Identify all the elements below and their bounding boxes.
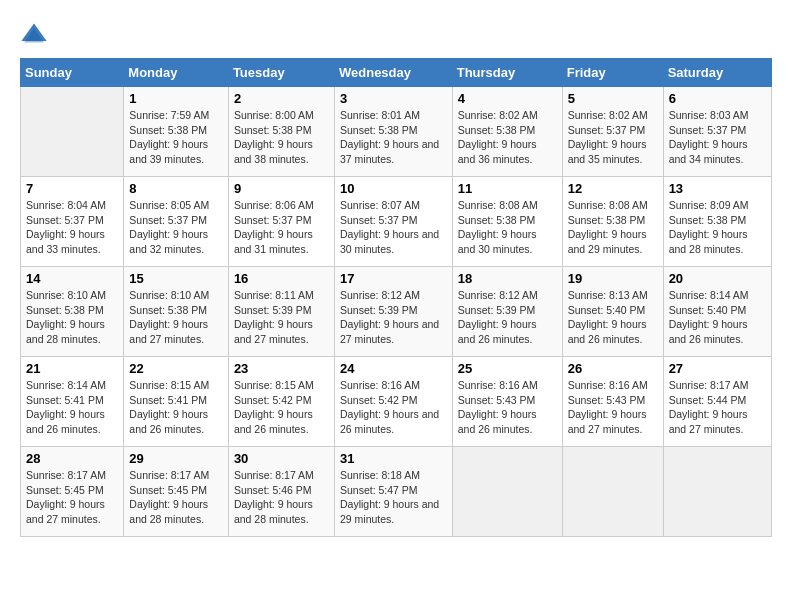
calendar-cell: 12Sunrise: 8:08 AM Sunset: 5:38 PM Dayli… bbox=[562, 177, 663, 267]
calendar-cell: 10Sunrise: 8:07 AM Sunset: 5:37 PM Dayli… bbox=[334, 177, 452, 267]
calendar-cell: 30Sunrise: 8:17 AM Sunset: 5:46 PM Dayli… bbox=[228, 447, 334, 537]
day-number: 3 bbox=[340, 91, 447, 106]
day-number: 8 bbox=[129, 181, 223, 196]
calendar-cell bbox=[452, 447, 562, 537]
day-info: Sunrise: 8:18 AM Sunset: 5:47 PM Dayligh… bbox=[340, 468, 447, 527]
header-tuesday: Tuesday bbox=[228, 59, 334, 87]
logo-icon bbox=[20, 20, 48, 48]
calendar-cell: 9Sunrise: 8:06 AM Sunset: 5:37 PM Daylig… bbox=[228, 177, 334, 267]
calendar-cell: 21Sunrise: 8:14 AM Sunset: 5:41 PM Dayli… bbox=[21, 357, 124, 447]
day-info: Sunrise: 8:15 AM Sunset: 5:41 PM Dayligh… bbox=[129, 378, 223, 437]
day-number: 16 bbox=[234, 271, 329, 286]
calendar-cell bbox=[663, 447, 771, 537]
day-number: 18 bbox=[458, 271, 557, 286]
logo bbox=[20, 20, 52, 48]
header-thursday: Thursday bbox=[452, 59, 562, 87]
calendar-cell: 24Sunrise: 8:16 AM Sunset: 5:42 PM Dayli… bbox=[334, 357, 452, 447]
day-number: 2 bbox=[234, 91, 329, 106]
week-row-1: 1Sunrise: 7:59 AM Sunset: 5:38 PM Daylig… bbox=[21, 87, 772, 177]
day-info: Sunrise: 8:01 AM Sunset: 5:38 PM Dayligh… bbox=[340, 108, 447, 167]
day-info: Sunrise: 8:17 AM Sunset: 5:45 PM Dayligh… bbox=[26, 468, 118, 527]
header-wednesday: Wednesday bbox=[334, 59, 452, 87]
calendar-cell: 5Sunrise: 8:02 AM Sunset: 5:37 PM Daylig… bbox=[562, 87, 663, 177]
header-saturday: Saturday bbox=[663, 59, 771, 87]
week-row-5: 28Sunrise: 8:17 AM Sunset: 5:45 PM Dayli… bbox=[21, 447, 772, 537]
day-info: Sunrise: 8:08 AM Sunset: 5:38 PM Dayligh… bbox=[458, 198, 557, 257]
header-sunday: Sunday bbox=[21, 59, 124, 87]
day-number: 12 bbox=[568, 181, 658, 196]
day-number: 29 bbox=[129, 451, 223, 466]
day-number: 24 bbox=[340, 361, 447, 376]
day-info: Sunrise: 8:08 AM Sunset: 5:38 PM Dayligh… bbox=[568, 198, 658, 257]
calendar-cell: 22Sunrise: 8:15 AM Sunset: 5:41 PM Dayli… bbox=[124, 357, 229, 447]
calendar-header-row: SundayMondayTuesdayWednesdayThursdayFrid… bbox=[21, 59, 772, 87]
calendar-table: SundayMondayTuesdayWednesdayThursdayFrid… bbox=[20, 58, 772, 537]
day-number: 25 bbox=[458, 361, 557, 376]
day-info: Sunrise: 8:16 AM Sunset: 5:43 PM Dayligh… bbox=[458, 378, 557, 437]
day-info: Sunrise: 8:00 AM Sunset: 5:38 PM Dayligh… bbox=[234, 108, 329, 167]
day-info: Sunrise: 8:16 AM Sunset: 5:42 PM Dayligh… bbox=[340, 378, 447, 437]
day-info: Sunrise: 8:10 AM Sunset: 5:38 PM Dayligh… bbox=[129, 288, 223, 347]
calendar-cell: 23Sunrise: 8:15 AM Sunset: 5:42 PM Dayli… bbox=[228, 357, 334, 447]
calendar-cell: 26Sunrise: 8:16 AM Sunset: 5:43 PM Dayli… bbox=[562, 357, 663, 447]
day-info: Sunrise: 8:11 AM Sunset: 5:39 PM Dayligh… bbox=[234, 288, 329, 347]
day-number: 20 bbox=[669, 271, 766, 286]
calendar-cell: 7Sunrise: 8:04 AM Sunset: 5:37 PM Daylig… bbox=[21, 177, 124, 267]
day-number: 17 bbox=[340, 271, 447, 286]
calendar-cell: 27Sunrise: 8:17 AM Sunset: 5:44 PM Dayli… bbox=[663, 357, 771, 447]
day-info: Sunrise: 8:10 AM Sunset: 5:38 PM Dayligh… bbox=[26, 288, 118, 347]
day-info: Sunrise: 8:12 AM Sunset: 5:39 PM Dayligh… bbox=[340, 288, 447, 347]
day-number: 30 bbox=[234, 451, 329, 466]
calendar-cell: 13Sunrise: 8:09 AM Sunset: 5:38 PM Dayli… bbox=[663, 177, 771, 267]
day-info: Sunrise: 8:04 AM Sunset: 5:37 PM Dayligh… bbox=[26, 198, 118, 257]
calendar-cell: 15Sunrise: 8:10 AM Sunset: 5:38 PM Dayli… bbox=[124, 267, 229, 357]
day-info: Sunrise: 8:17 AM Sunset: 5:44 PM Dayligh… bbox=[669, 378, 766, 437]
day-number: 23 bbox=[234, 361, 329, 376]
day-number: 14 bbox=[26, 271, 118, 286]
calendar-cell: 8Sunrise: 8:05 AM Sunset: 5:37 PM Daylig… bbox=[124, 177, 229, 267]
week-row-3: 14Sunrise: 8:10 AM Sunset: 5:38 PM Dayli… bbox=[21, 267, 772, 357]
calendar-cell: 31Sunrise: 8:18 AM Sunset: 5:47 PM Dayli… bbox=[334, 447, 452, 537]
day-info: Sunrise: 8:12 AM Sunset: 5:39 PM Dayligh… bbox=[458, 288, 557, 347]
calendar-cell bbox=[562, 447, 663, 537]
day-info: Sunrise: 8:06 AM Sunset: 5:37 PM Dayligh… bbox=[234, 198, 329, 257]
day-number: 5 bbox=[568, 91, 658, 106]
day-info: Sunrise: 8:15 AM Sunset: 5:42 PM Dayligh… bbox=[234, 378, 329, 437]
calendar-cell: 1Sunrise: 7:59 AM Sunset: 5:38 PM Daylig… bbox=[124, 87, 229, 177]
calendar-cell bbox=[21, 87, 124, 177]
calendar-cell: 17Sunrise: 8:12 AM Sunset: 5:39 PM Dayli… bbox=[334, 267, 452, 357]
week-row-4: 21Sunrise: 8:14 AM Sunset: 5:41 PM Dayli… bbox=[21, 357, 772, 447]
day-number: 1 bbox=[129, 91, 223, 106]
day-number: 15 bbox=[129, 271, 223, 286]
day-number: 27 bbox=[669, 361, 766, 376]
day-info: Sunrise: 8:16 AM Sunset: 5:43 PM Dayligh… bbox=[568, 378, 658, 437]
calendar-cell: 16Sunrise: 8:11 AM Sunset: 5:39 PM Dayli… bbox=[228, 267, 334, 357]
calendar-cell: 29Sunrise: 8:17 AM Sunset: 5:45 PM Dayli… bbox=[124, 447, 229, 537]
calendar-cell: 28Sunrise: 8:17 AM Sunset: 5:45 PM Dayli… bbox=[21, 447, 124, 537]
day-number: 19 bbox=[568, 271, 658, 286]
calendar-cell: 25Sunrise: 8:16 AM Sunset: 5:43 PM Dayli… bbox=[452, 357, 562, 447]
day-number: 9 bbox=[234, 181, 329, 196]
day-number: 6 bbox=[669, 91, 766, 106]
day-info: Sunrise: 8:09 AM Sunset: 5:38 PM Dayligh… bbox=[669, 198, 766, 257]
day-info: Sunrise: 8:07 AM Sunset: 5:37 PM Dayligh… bbox=[340, 198, 447, 257]
day-info: Sunrise: 8:02 AM Sunset: 5:38 PM Dayligh… bbox=[458, 108, 557, 167]
calendar-cell: 18Sunrise: 8:12 AM Sunset: 5:39 PM Dayli… bbox=[452, 267, 562, 357]
calendar-cell: 3Sunrise: 8:01 AM Sunset: 5:38 PM Daylig… bbox=[334, 87, 452, 177]
calendar-cell: 2Sunrise: 8:00 AM Sunset: 5:38 PM Daylig… bbox=[228, 87, 334, 177]
day-info: Sunrise: 8:03 AM Sunset: 5:37 PM Dayligh… bbox=[669, 108, 766, 167]
calendar-cell: 11Sunrise: 8:08 AM Sunset: 5:38 PM Dayli… bbox=[452, 177, 562, 267]
day-info: Sunrise: 8:14 AM Sunset: 5:40 PM Dayligh… bbox=[669, 288, 766, 347]
calendar-cell: 14Sunrise: 8:10 AM Sunset: 5:38 PM Dayli… bbox=[21, 267, 124, 357]
day-number: 22 bbox=[129, 361, 223, 376]
day-number: 21 bbox=[26, 361, 118, 376]
page-header bbox=[20, 20, 772, 48]
header-monday: Monday bbox=[124, 59, 229, 87]
calendar-cell: 20Sunrise: 8:14 AM Sunset: 5:40 PM Dayli… bbox=[663, 267, 771, 357]
day-number: 26 bbox=[568, 361, 658, 376]
calendar-cell: 19Sunrise: 8:13 AM Sunset: 5:40 PM Dayli… bbox=[562, 267, 663, 357]
day-info: Sunrise: 8:05 AM Sunset: 5:37 PM Dayligh… bbox=[129, 198, 223, 257]
day-info: Sunrise: 8:17 AM Sunset: 5:45 PM Dayligh… bbox=[129, 468, 223, 527]
day-info: Sunrise: 7:59 AM Sunset: 5:38 PM Dayligh… bbox=[129, 108, 223, 167]
day-number: 10 bbox=[340, 181, 447, 196]
